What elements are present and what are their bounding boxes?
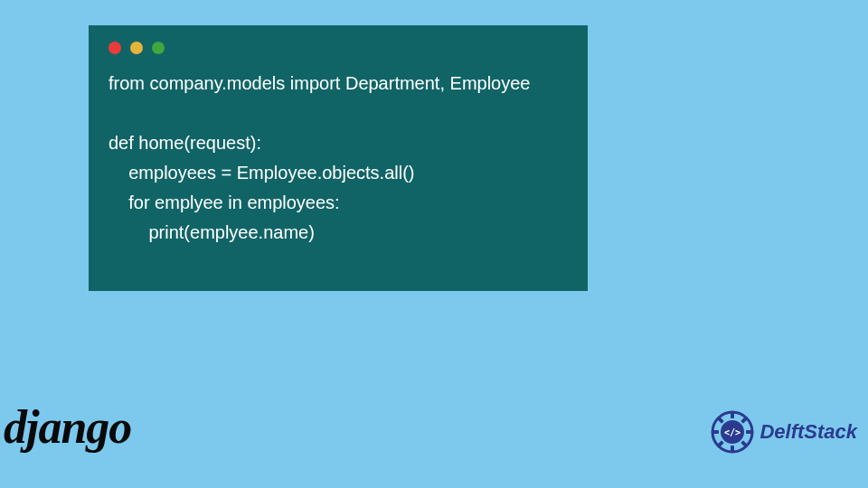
code-line: print(emplyee.name) xyxy=(108,222,315,242)
code-line: for emplyee in employees: xyxy=(108,192,340,212)
svg-rect-2 xyxy=(731,446,734,453)
svg-text:</>: </> xyxy=(724,427,741,437)
code-line: employees = Employee.objects.all() xyxy=(108,163,415,183)
django-logo: django xyxy=(4,400,131,454)
minimize-icon xyxy=(130,42,143,54)
delftstack-label: DelftStack xyxy=(760,420,857,444)
gear-icon: </> xyxy=(711,410,754,454)
code-window: from company.models import Department, E… xyxy=(89,25,588,291)
close-icon xyxy=(108,42,121,54)
code-block: from company.models import Department, E… xyxy=(108,69,568,248)
svg-rect-3 xyxy=(712,430,719,434)
code-line: def home(request): xyxy=(108,133,261,153)
maximize-icon xyxy=(152,42,165,54)
svg-rect-4 xyxy=(746,430,753,434)
svg-rect-1 xyxy=(731,411,734,418)
delftstack-logo: </> DelftStack xyxy=(711,410,857,454)
code-line: from company.models import Department, E… xyxy=(108,73,530,93)
window-traffic-lights xyxy=(108,42,568,54)
